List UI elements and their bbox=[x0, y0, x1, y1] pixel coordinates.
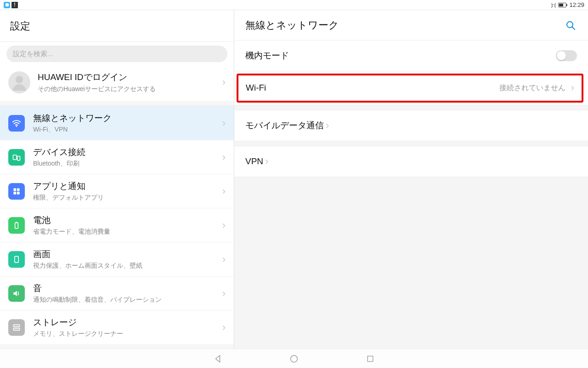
notif-alert-icon: ! bbox=[11, 2, 18, 8]
sidebar-item-sublabel: Bluetooth、印刷 bbox=[33, 160, 214, 168]
sidebar-item-display[interactable]: 画面 視力保護、ホーム画面スタイル、壁紙 › bbox=[0, 242, 234, 276]
chevron-right-icon: › bbox=[222, 151, 226, 163]
svg-rect-10 bbox=[15, 256, 18, 262]
detail-title: 無線とネットワーク bbox=[245, 18, 339, 32]
sidebar-item-wireless[interactable]: 無線とネットワーク Wi-Fi、VPN › bbox=[0, 106, 234, 140]
display-icon bbox=[8, 251, 25, 268]
sidebar-item-sublabel: 視力保護、ホーム画面スタイル、壁紙 bbox=[33, 262, 214, 270]
sidebar-item-sound[interactable]: 音 通知の鳴動制限、着信音、バイブレーション › bbox=[0, 276, 234, 310]
nav-recent-button[interactable] bbox=[364, 353, 376, 365]
search-button[interactable] bbox=[564, 19, 577, 32]
svg-rect-16 bbox=[368, 356, 373, 362]
sidebar-item-battery[interactable]: 電池 省電力モード、電池消費量 › bbox=[0, 208, 234, 242]
avatar-icon bbox=[8, 71, 30, 93]
svg-rect-12 bbox=[13, 328, 19, 330]
svg-point-1 bbox=[16, 126, 17, 127]
sidebar-item-label: 画面 bbox=[33, 248, 214, 260]
huawei-id-login[interactable]: HUAWEI IDでログイン その他のHuaweiサービスにアクセスする › bbox=[0, 66, 234, 101]
mobile-data-label: モバイルデータ通信 bbox=[245, 120, 324, 132]
sidebar-header: 設定 bbox=[0, 10, 234, 42]
sidebar-item-sublabel: 権限、デフォルトアプリ bbox=[33, 194, 214, 202]
chevron-right-icon: › bbox=[263, 155, 268, 167]
sidebar-item-label: デバイス接続 bbox=[33, 146, 214, 158]
apps-icon bbox=[8, 183, 25, 200]
nav-home-button[interactable] bbox=[288, 353, 300, 365]
battery-icon bbox=[8, 217, 25, 234]
nav-back-button[interactable] bbox=[212, 353, 224, 365]
chevron-right-icon: › bbox=[324, 120, 329, 132]
row-mobile-data[interactable]: モバイルデータ通信 › bbox=[234, 110, 588, 141]
vpn-label: VPN bbox=[245, 156, 263, 167]
system-nav-bar bbox=[0, 349, 588, 368]
sidebar-item-label: ストレージ bbox=[33, 316, 214, 328]
svg-rect-3 bbox=[17, 156, 20, 160]
sidebar-item-apps[interactable]: アプリと通知 権限、デフォルトアプリ › bbox=[0, 174, 234, 208]
svg-rect-4 bbox=[13, 188, 16, 191]
storage-icon bbox=[8, 319, 25, 336]
row-wifi[interactable]: Wi-Fi 接続されていません › bbox=[237, 74, 583, 103]
wifi-icon bbox=[8, 115, 25, 132]
detail-header: 無線とネットワーク bbox=[234, 10, 588, 40]
airplane-toggle[interactable] bbox=[556, 50, 577, 61]
battery-icon bbox=[558, 3, 566, 7]
svg-point-15 bbox=[291, 355, 298, 362]
chevron-right-icon: › bbox=[222, 117, 226, 129]
clock: 12:29 bbox=[569, 1, 584, 8]
sidebar-item-sublabel: 省電力モード、電池消費量 bbox=[33, 228, 214, 236]
svg-rect-2 bbox=[13, 155, 17, 160]
sidebar-item-label: 無線とネットワーク bbox=[33, 112, 214, 124]
wifi-label: Wi-Fi bbox=[246, 83, 266, 93]
sound-icon bbox=[8, 285, 25, 302]
chevron-right-icon: › bbox=[222, 288, 226, 299]
vibrate-icon bbox=[551, 2, 556, 8]
chevron-right-icon: › bbox=[222, 76, 226, 88]
chevron-right-icon: › bbox=[569, 82, 574, 94]
settings-sidebar: 設定 設定を検索... HUAWEI IDでログイン その他のHuaweiサービ… bbox=[0, 10, 234, 349]
svg-rect-7 bbox=[17, 191, 20, 194]
sidebar-item-sublabel: メモリ、ストレージクリーナー bbox=[33, 330, 214, 338]
search-input[interactable]: 設定を検索... bbox=[6, 46, 227, 62]
sidebar-title: 設定 bbox=[10, 19, 225, 33]
status-bar: ! 12:29 bbox=[0, 0, 588, 10]
svg-rect-11 bbox=[13, 325, 19, 327]
sidebar-item-label: アプリと通知 bbox=[33, 180, 214, 192]
login-subtitle: その他のHuaweiサービスにアクセスする bbox=[38, 85, 156, 93]
svg-rect-0 bbox=[5, 3, 8, 6]
wifi-status: 接続されていません bbox=[499, 83, 569, 93]
login-title: HUAWEI IDでログイン bbox=[38, 71, 156, 83]
sidebar-item-storage[interactable]: ストレージ メモリ、ストレージクリーナー › bbox=[0, 310, 234, 344]
row-airplane-mode[interactable]: 機内モード bbox=[234, 40, 588, 71]
svg-rect-6 bbox=[13, 191, 16, 194]
svg-line-14 bbox=[572, 27, 575, 30]
sidebar-item-sublabel: 通知の鳴動制限、着信音、バイブレーション bbox=[33, 296, 214, 304]
notif-app-icon bbox=[4, 2, 10, 8]
device-link-icon bbox=[8, 149, 25, 166]
svg-rect-5 bbox=[17, 188, 20, 191]
svg-rect-8 bbox=[15, 223, 18, 229]
sidebar-item-label: 音 bbox=[33, 282, 214, 294]
sidebar-item-label: 電池 bbox=[33, 214, 214, 226]
svg-rect-9 bbox=[16, 222, 17, 223]
settings-detail-pane: 無線とネットワーク 機内モード Wi-Fi 接続されていません › モバイル bbox=[234, 10, 588, 349]
row-vpn[interactable]: VPN › bbox=[234, 146, 588, 177]
sidebar-item-device-connection[interactable]: デバイス接続 Bluetooth、印刷 › bbox=[0, 140, 234, 174]
chevron-right-icon: › bbox=[222, 185, 226, 197]
chevron-right-icon: › bbox=[222, 253, 226, 265]
chevron-right-icon: › bbox=[222, 219, 226, 231]
chevron-right-icon: › bbox=[222, 322, 226, 334]
search-placeholder: 設定を検索... bbox=[13, 50, 53, 58]
airplane-label: 機内モード bbox=[245, 50, 289, 62]
sidebar-item-sublabel: Wi-Fi、VPN bbox=[33, 126, 214, 134]
